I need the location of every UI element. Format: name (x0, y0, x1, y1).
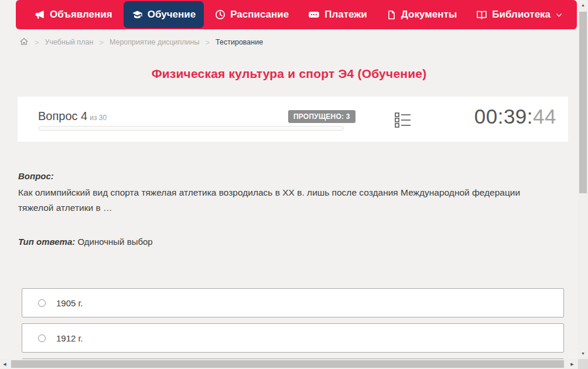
quiz-header-card: Вопрос 4из 30 ПРОПУЩЕНО: 3 00:39:44 (18, 97, 568, 142)
skipped-badge: ПРОПУЩЕНО: 3 (288, 110, 355, 123)
breadcrumb: > Учебный план > Мероприятие дисциплины … (19, 36, 263, 48)
breadcrumb-discipline-event[interactable]: Мероприятие дисциплины (110, 38, 200, 46)
banknote-icon (308, 9, 320, 20)
quiz-timer: 00:39:44 (474, 105, 556, 128)
nav-item-payments[interactable]: Платежи (300, 1, 375, 28)
horizontal-scrollbar-thumb[interactable] (11, 360, 564, 368)
main-navigation-bar: Объявления Обучение Расписание Плат (16, 0, 577, 29)
quiz-progress-bar (38, 126, 344, 131)
answer-option-1912[interactable]: 1912 г. (22, 323, 564, 353)
answer-type-row: Тип ответа: Одиночный выбор (18, 237, 153, 247)
answer-type-label: Тип ответа: (18, 237, 75, 247)
question-list-button[interactable] (395, 112, 411, 131)
breadcrumb-separator-icon: > (35, 38, 39, 47)
question-counter: Вопрос 4из 30 (38, 110, 107, 123)
nav-item-label: Библиотека (492, 9, 551, 20)
answer-options-list: 1905 г. 1912 г. (22, 288, 564, 369)
nav-item-learning[interactable]: Обучение (124, 1, 204, 28)
breadcrumb-separator-icon: > (99, 38, 104, 47)
question-text: Как олимпийский вид спорта тяжелая атлет… (18, 185, 534, 216)
document-icon (387, 10, 396, 20)
nav-item-library[interactable]: Библиотека (468, 1, 571, 28)
question-heading: Вопрос: (18, 171, 54, 181)
scroll-left-arrow-icon[interactable]: ◀ (0, 359, 9, 369)
scroll-right-arrow-icon[interactable]: ▶ (568, 359, 577, 369)
question-list-icon (395, 120, 411, 130)
vertical-scrollbar-thumb[interactable] (579, 12, 587, 193)
nav-item-announcements[interactable]: Объявления (26, 1, 121, 28)
chevron-down-icon (555, 11, 563, 19)
breadcrumb-curriculum[interactable]: Учебный план (45, 38, 94, 46)
open-book-icon (476, 9, 487, 20)
question-total: из 30 (90, 114, 107, 122)
answer-type-value: Одиночный выбор (77, 237, 152, 247)
timer-seconds: 44 (533, 105, 556, 128)
radio-button-icon[interactable] (38, 334, 46, 342)
home-breadcrumb-link[interactable] (19, 37, 29, 48)
graduation-cap-icon (132, 9, 143, 20)
horizontal-scrollbar[interactable]: ◀ ▶ (0, 359, 578, 369)
vertical-scrollbar[interactable]: ▲ ▼ (578, 0, 588, 359)
nav-item-label: Расписание (230, 9, 289, 20)
nav-item-documents[interactable]: Документы (378, 1, 466, 28)
nav-item-label: Обучение (148, 9, 196, 20)
home-icon (19, 37, 29, 48)
breadcrumb-testing: Тестирование (216, 38, 263, 46)
scrollbar-corner (578, 359, 588, 369)
radio-button-icon[interactable] (38, 299, 46, 307)
nav-item-schedule[interactable]: Расписание (207, 1, 297, 28)
nav-item-label: Объявления (50, 9, 112, 20)
nav-item-label: Документы (401, 9, 457, 20)
clock-icon (215, 9, 225, 20)
breadcrumb-separator-icon: > (206, 38, 210, 47)
scroll-down-arrow-icon[interactable]: ▼ (578, 348, 588, 358)
scroll-up-arrow-icon[interactable]: ▲ (578, 0, 588, 9)
page-title: Физическая культура и спорт Э4 (Обучение… (0, 67, 578, 81)
timer-hours-minutes: 00:39: (474, 105, 533, 128)
answer-option-1905[interactable]: 1905 г. (22, 288, 564, 317)
question-number: Вопрос 4 (38, 110, 87, 122)
option-label: 1905 г. (56, 298, 83, 308)
nav-item-label: Платежи (324, 9, 367, 20)
megaphone-icon (35, 9, 45, 20)
option-label: 1912 г. (56, 333, 83, 343)
